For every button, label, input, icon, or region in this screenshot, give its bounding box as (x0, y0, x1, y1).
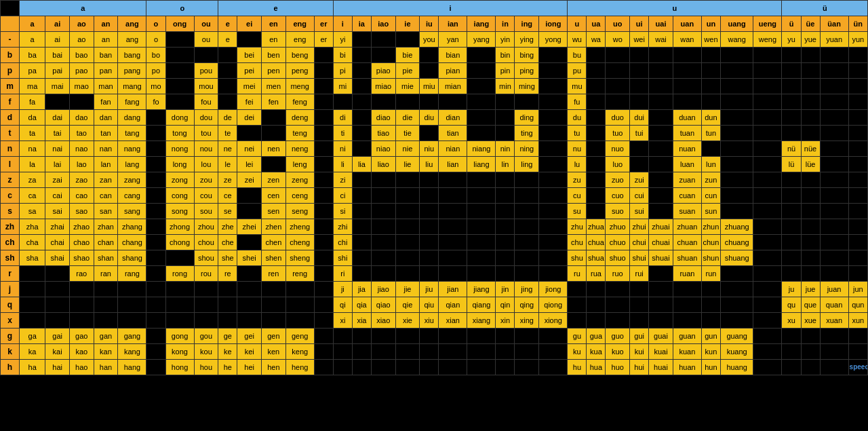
cell-p-pie[interactable]: pie (395, 63, 420, 79)
cell-j-juan[interactable]: juan (820, 282, 848, 297)
cell-z-zei[interactable]: zei (237, 172, 262, 188)
cell-x-xu[interactable]: xu (782, 313, 801, 329)
initial-x[interactable]: x (1, 313, 20, 329)
cell-ch-chen[interactable]: chen (262, 235, 286, 250)
cell-h-hai[interactable]: hai (45, 360, 70, 375)
cell-ch-che[interactable]: che (218, 235, 237, 250)
cell-b-beng[interactable]: beng (285, 48, 314, 63)
cell-d-dui[interactable]: dui (630, 110, 649, 126)
cell-g-gong[interactable]: gong (165, 329, 194, 344)
cell-h-hui[interactable]: hui (630, 360, 649, 375)
cell-r-ru[interactable]: ru (568, 266, 587, 282)
cell-g-ga[interactable]: ga (20, 329, 45, 344)
cell-ch-chang[interactable]: chang (118, 235, 146, 250)
cell-n-neng[interactable]: neng (285, 141, 314, 157)
cell-t-ta[interactable]: ta (20, 126, 45, 141)
cell-h-he[interactable]: he (218, 360, 237, 375)
initial-sh[interactable]: sh (1, 250, 20, 266)
cell-q-qie[interactable]: qie (395, 297, 420, 313)
cell-n-nian[interactable]: nian (439, 141, 467, 157)
cell-h-heng[interactable]: heng (285, 360, 314, 375)
cell-l-lao[interactable]: lao (69, 157, 94, 172)
cell-ch-chi[interactable]: chi (333, 235, 352, 250)
cell-sh-shou[interactable]: shou (194, 250, 218, 266)
cell-r-rui[interactable]: rui (630, 266, 649, 282)
cell-t-tuo[interactable]: tuo (606, 126, 630, 141)
cell-n-ne[interactable]: ne (218, 141, 237, 157)
cell-z-zi[interactable]: zi (333, 172, 352, 188)
cell-p-pian[interactable]: pian (439, 63, 467, 79)
cell-g-gai[interactable]: gai (45, 329, 70, 344)
cell-f-fu[interactable]: fu (568, 94, 587, 110)
cell-n-nan[interactable]: nan (94, 141, 118, 157)
cell-z-zong[interactable]: zong (165, 172, 194, 188)
cell-b-bing[interactable]: bing (515, 48, 539, 63)
cell-p-pang[interactable]: pang (118, 63, 146, 79)
cell-x-xiu[interactable]: xiu (420, 313, 439, 329)
cell-b-bao[interactable]: bao (69, 48, 94, 63)
cell-sh-shuang[interactable]: shuang (720, 250, 753, 266)
cell-d-dei[interactable]: dei (237, 110, 262, 126)
cell-z-zu[interactable]: zu (568, 172, 587, 188)
cell--yuan[interactable]: yuan (820, 32, 848, 48)
cell-f-fang[interactable]: fang (118, 94, 146, 110)
initial-zh[interactable]: zh (1, 219, 20, 235)
cell-s-sui[interactable]: sui (630, 204, 649, 219)
cell-s-su[interactable]: su (568, 204, 587, 219)
cell-sh-shen[interactable]: shen (262, 250, 286, 266)
cell-f-fen[interactable]: fen (262, 94, 286, 110)
cell-p-pai[interactable]: pai (45, 63, 70, 79)
cell-s-seng[interactable]: seng (285, 204, 314, 219)
cell--yan[interactable]: yan (439, 32, 467, 48)
cell-d-ding[interactable]: ding (515, 110, 539, 126)
cell-s-sao[interactable]: sao (69, 204, 94, 219)
cell-b-bu[interactable]: bu (568, 48, 587, 63)
cell-zh-zhei[interactable]: zhei (237, 219, 262, 235)
cell-f-fou[interactable]: fou (194, 94, 218, 110)
cell-sh-shei[interactable]: shei (237, 250, 262, 266)
cell-b-bo[interactable]: bo (146, 48, 165, 63)
initial-ch[interactable]: ch (1, 235, 20, 250)
cell-sh-she[interactable]: she (218, 250, 237, 266)
cell-p-pan[interactable]: pan (94, 63, 118, 79)
cell--en[interactable]: en (262, 32, 286, 48)
cell--you[interactable]: you (420, 32, 439, 48)
cell-g-gang[interactable]: gang (118, 329, 146, 344)
cell-t-te[interactable]: te (218, 126, 237, 141)
cell-c-cao[interactable]: cao (69, 188, 94, 204)
cell-l-lang[interactable]: lang (118, 157, 146, 172)
cell-k-kuai[interactable]: kuai (649, 344, 673, 360)
cell-q-qiu[interactable]: qiu (420, 297, 439, 313)
cell-g-gao[interactable]: gao (69, 329, 94, 344)
cell--yin[interactable]: yin (496, 32, 515, 48)
cell-zh-zhun[interactable]: zhun (701, 219, 720, 235)
cell-d-deng[interactable]: deng (285, 110, 314, 126)
cell--ang[interactable]: ang (118, 32, 146, 48)
cell-z-zuan[interactable]: zuan (673, 172, 701, 188)
cell--weng[interactable]: weng (753, 32, 782, 48)
cell-g-gui[interactable]: gui (630, 329, 649, 344)
cell-z-zan[interactable]: zan (94, 172, 118, 188)
cell-n-na[interactable]: na (20, 141, 45, 157)
cell-n-ni[interactable]: ni (333, 141, 352, 157)
cell-m-mou[interactable]: mou (194, 79, 218, 94)
cell-n-nou[interactable]: nou (194, 141, 218, 157)
cell-k-kei[interactable]: kei (237, 344, 262, 360)
cell-s-sa[interactable]: sa (20, 204, 45, 219)
cell-k-kuang[interactable]: kuang (720, 344, 753, 360)
cell-l-lia[interactable]: lia (352, 157, 371, 172)
cell-x-xing[interactable]: xing (515, 313, 539, 329)
cell-m-miao[interactable]: miao (371, 79, 395, 94)
cell-k-ken[interactable]: ken (262, 344, 286, 360)
cell-f-fo[interactable]: fo (146, 94, 165, 110)
cell-m-meng[interactable]: meng (285, 79, 314, 94)
cell-f-fan[interactable]: fan (94, 94, 118, 110)
cell-g-gen[interactable]: gen (262, 329, 286, 344)
cell-m-mie[interactable]: mie (395, 79, 420, 94)
cell-c-cu[interactable]: cu (568, 188, 587, 204)
cell-l-le[interactable]: le (218, 157, 237, 172)
cell-m-mian[interactable]: mian (439, 79, 467, 94)
cell-m-mu[interactable]: mu (568, 79, 587, 94)
cell-h-hen[interactable]: hen (262, 360, 286, 375)
cell-ch-chao[interactable]: chao (69, 235, 94, 250)
